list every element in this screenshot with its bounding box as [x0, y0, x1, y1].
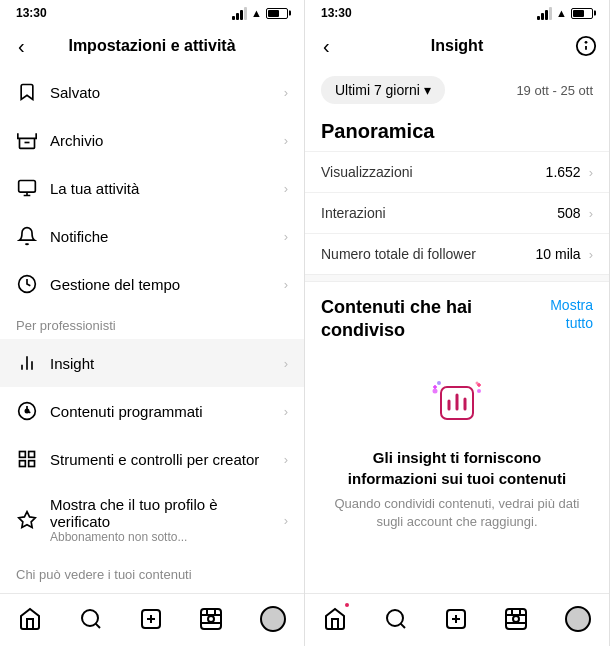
svg-line-13: [95, 624, 99, 628]
bell-icon: [16, 225, 38, 247]
stat-row-interazioni[interactable]: Interazioni 508 ›: [305, 192, 609, 233]
content-section-header: Contenuti che haicondiviso Mostratutto: [305, 282, 609, 351]
chevron-icon: ›: [284, 85, 288, 100]
nav-reels[interactable]: [191, 603, 231, 635]
menu-label-notifiche: Notifiche: [50, 228, 272, 245]
badge-icon: [16, 509, 38, 531]
nav-add[interactable]: [131, 603, 171, 635]
tools-icon: [16, 448, 38, 470]
nav-search-right[interactable]: [376, 603, 416, 635]
stat-value-0: 1.652: [546, 164, 581, 180]
mostra-tutto-button[interactable]: Mostratutto: [550, 296, 593, 332]
menu-item-salvato[interactable]: Salvato ›: [0, 68, 304, 116]
status-bar-right: 13:30 ▲: [305, 0, 609, 24]
menu-item-attivita[interactable]: La tua attività ›: [0, 164, 304, 212]
signal-icon: [232, 7, 247, 20]
svg-rect-43: [506, 609, 526, 629]
svg-rect-10: [29, 461, 35, 467]
wifi-icon: ▲: [251, 7, 262, 19]
avatar: [260, 606, 286, 632]
back-button-right[interactable]: ‹: [317, 31, 336, 62]
menu-item-strumenti[interactable]: Strumenti e controlli per creator ›: [0, 435, 304, 483]
menu-label-tempo: Gestione del tempo: [50, 276, 272, 293]
battery-icon-right: [571, 8, 593, 19]
chevron-icon: ›: [284, 277, 288, 292]
chevron-icon: ›: [589, 165, 593, 180]
nav-profile-right[interactable]: [557, 602, 599, 636]
bookmark-icon: [16, 81, 38, 103]
menu-item-programmati[interactable]: Contenuti programmati ›: [0, 387, 304, 435]
home-dot: [345, 603, 349, 607]
left-panel: 13:30 ▲ ‹ Impostazioni e attività: [0, 0, 305, 646]
filter-row: Ultimi 7 giorni ▾ 19 ott - 25 ott: [305, 68, 609, 108]
empty-state-graphic: [425, 371, 489, 435]
nav-profile[interactable]: [252, 602, 294, 636]
empty-state-sub: Quando condividi contenuti, vedrai più d…: [329, 495, 585, 531]
filter-label: Ultimi 7 giorni: [335, 82, 420, 98]
status-bar-left: 13:30 ▲: [0, 0, 304, 24]
menu-item-archivio[interactable]: Archivio ›: [0, 116, 304, 164]
chevron-icon: ›: [589, 206, 593, 221]
add-icon-right: [444, 607, 468, 631]
chart-icon: [16, 352, 38, 374]
svg-rect-0: [19, 181, 36, 193]
add-icon: [139, 607, 163, 631]
svg-point-27: [477, 389, 481, 393]
back-button-left[interactable]: ‹: [12, 31, 31, 62]
section-divider: [305, 274, 609, 282]
section-professionisti: Per professionisti: [0, 308, 304, 339]
chevron-icon: ›: [589, 247, 593, 262]
overview-title: Panoramica: [305, 108, 609, 151]
svg-point-26: [433, 388, 438, 393]
menu-item-verificato[interactable]: Mostra che il tuo profilo è verificato A…: [0, 483, 304, 557]
menu-label-verificato-wrap: Mostra che il tuo profilo è verificato A…: [50, 496, 272, 544]
svg-rect-7: [20, 452, 26, 458]
clock-icon: [16, 273, 38, 295]
archive-icon: [16, 129, 38, 151]
info-button[interactable]: [575, 35, 597, 57]
date-range: 19 ott - 25 ott: [516, 83, 593, 98]
filter-badge[interactable]: Ultimi 7 giorni ▾: [321, 76, 445, 104]
chevron-icon: ›: [284, 404, 288, 419]
svg-point-18: [208, 616, 214, 622]
bottom-nav-right: [305, 593, 609, 646]
menu-item-insight[interactable]: Insight ›: [0, 339, 304, 387]
empty-state: Gli insight ti forniscono informazioni s…: [305, 351, 609, 541]
status-icons-right: ▲: [537, 7, 593, 20]
stat-value-row-1: 508 ›: [557, 205, 593, 221]
menu-label-archivio: Archivio: [50, 132, 272, 149]
stat-row-follower[interactable]: Numero totale di follower 10 mila ›: [305, 233, 609, 274]
nav-reels-right[interactable]: [496, 603, 536, 635]
section-privacy: Chi può vedere i tuoi contenuti: [0, 557, 304, 588]
svg-rect-8: [29, 452, 35, 458]
empty-state-icon-wrap: [425, 371, 489, 435]
status-time-left: 13:30: [16, 6, 47, 20]
search-icon: [79, 607, 103, 631]
nav-home[interactable]: [10, 603, 50, 635]
empty-state-title: Gli insight ti forniscono informazioni s…: [329, 447, 585, 489]
svg-point-28: [476, 381, 479, 384]
menu-item-notifiche[interactable]: Notifiche ›: [0, 212, 304, 260]
status-icons-left: ▲: [232, 7, 288, 20]
avatar-right: [565, 606, 591, 632]
stat-value-row-2: 10 mila ›: [536, 246, 593, 262]
svg-rect-17: [201, 609, 221, 629]
stat-label-2: Numero totale di follower: [321, 246, 476, 262]
menu-sub-verificato: Abbonamento non sotto...: [50, 530, 272, 544]
reels-icon-right: [504, 607, 528, 631]
nav-search[interactable]: [71, 603, 111, 635]
svg-point-44: [513, 616, 519, 622]
nav-header-left: ‹ Impostazioni e attività: [0, 24, 304, 68]
menu-label-programmati: Contenuti programmati: [50, 403, 272, 420]
nav-home-right[interactable]: [315, 603, 355, 635]
nav-header-right: ‹ Insight: [305, 24, 609, 68]
stat-row-visualizzazioni[interactable]: Visualizzazioni 1.652 ›: [305, 151, 609, 192]
home-icon-right: [323, 607, 347, 631]
nav-add-right[interactable]: [436, 603, 476, 635]
menu-item-tempo[interactable]: Gestione del tempo ›: [0, 260, 304, 308]
menu-label-verificato: Mostra che il tuo profilo è verificato: [50, 496, 272, 530]
chevron-icon: ›: [284, 513, 288, 528]
menu-label-attivita: La tua attività: [50, 180, 272, 197]
stat-value-1: 508: [557, 205, 580, 221]
activity-icon: [16, 177, 38, 199]
